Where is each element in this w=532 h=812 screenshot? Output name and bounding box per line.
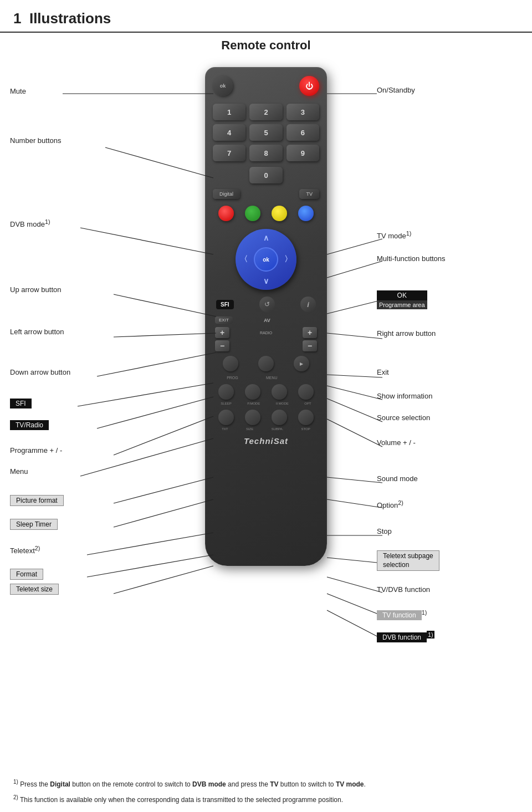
label-right-arrow: Right arrow button	[377, 329, 436, 338]
svg-line-6	[78, 383, 213, 406]
remote-control: ok ⏻ 1 2 3 4 5 6 7 8 9 0 Digi	[205, 67, 327, 566]
label-sfi: SFI	[10, 399, 32, 408]
svg-line-29	[327, 594, 382, 616]
btn-4[interactable]: 4	[213, 124, 245, 141]
label-teletext-subpage: Teletext subpageselection	[377, 550, 439, 571]
svg-line-30	[327, 610, 382, 639]
dpad-right-arrow[interactable]: 〉	[284, 254, 292, 264]
footer-notes: 1) Press the Digital button on the remot…	[0, 771, 532, 812]
av-label: AV	[264, 318, 270, 323]
dpad: ∧ ∨ 〈 〉 ok	[236, 229, 296, 290]
dpad-left-arrow[interactable]: 〈	[240, 254, 248, 264]
page-header: 1 Illustrations	[0, 0, 532, 33]
prog-minus-button[interactable]: −	[215, 340, 229, 351]
page-title: 1 Illustrations	[13, 10, 111, 27]
vol-minus-button[interactable]: −	[303, 340, 317, 351]
diagram-area: ok ⏻ 1 2 3 4 5 6 7 8 9 0 Digi	[0, 62, 532, 771]
svg-line-22	[327, 399, 382, 422]
label-stop: Stop	[377, 527, 392, 535]
btn-5[interactable]: 5	[249, 124, 282, 141]
label-teletext: Teletext2)	[10, 545, 40, 555]
btn-7[interactable]: 7	[213, 145, 245, 161]
label-source-selection: Source selection	[377, 413, 430, 422]
svg-line-2	[80, 228, 213, 254]
size-button[interactable]	[245, 410, 260, 425]
red-button[interactable]	[218, 206, 234, 221]
tv-mode-button[interactable]: TV	[299, 189, 319, 199]
txt-button[interactable]	[218, 410, 234, 425]
triangle-button[interactable]: ▶	[294, 356, 309, 371]
label-down-arrow: Down arrow button	[10, 368, 70, 376]
svg-line-12	[87, 533, 213, 555]
svg-line-23	[327, 419, 382, 447]
green-button[interactable]	[245, 206, 260, 221]
stop-button[interactable]	[298, 410, 314, 425]
btn-3[interactable]: 3	[287, 104, 319, 120]
svg-line-7	[97, 397, 213, 428]
number-buttons-grid: 1 2 3 4 5 6 7 8 9	[213, 104, 319, 161]
svg-line-20	[327, 375, 382, 377]
sfi-button[interactable]: SFI	[216, 300, 234, 309]
btn-9[interactable]: 9	[287, 145, 319, 161]
label-multi-function: Multi-function buttons	[377, 254, 446, 263]
ok-button[interactable]: ok	[254, 247, 278, 272]
standby-button[interactable]: ⏻	[299, 76, 319, 96]
pmode-button[interactable]	[245, 384, 260, 400]
refresh-button[interactable]: ↺	[259, 297, 275, 312]
svg-line-21	[327, 386, 382, 400]
label-option: Option2)	[377, 499, 403, 509]
svg-line-4	[114, 333, 216, 337]
label-programme-pm: Programme + / -	[10, 446, 62, 454]
btn-1[interactable]: 1	[213, 104, 245, 120]
yellow-button[interactable]	[272, 206, 287, 221]
svg-line-16	[327, 239, 382, 254]
subpage-button[interactable]	[272, 410, 287, 425]
technisat-logo: TechniSat	[213, 436, 319, 446]
svg-line-27	[327, 558, 382, 563]
svg-line-19	[327, 333, 382, 339]
mute-button[interactable]: ok	[213, 76, 233, 96]
label-sound-mode: Sound mode	[377, 474, 418, 483]
dpad-down-arrow[interactable]: ∨	[263, 277, 269, 285]
digital-button[interactable]: Digital	[213, 189, 240, 199]
label-volume-pm: Volume + / -	[377, 438, 416, 447]
label-dvb-function: DVB function1)	[377, 631, 434, 642]
label-teletext-size: Teletext size	[10, 584, 59, 595]
btn-8[interactable]: 8	[249, 145, 282, 161]
label-dvb-mode: DVB mode1)	[10, 218, 50, 228]
svg-line-25	[327, 499, 382, 508]
menu-button[interactable]	[258, 356, 274, 371]
dpad-up-arrow[interactable]: ∧	[263, 233, 269, 242]
svg-line-18	[327, 300, 382, 314]
label-tv-radio: TV/Radio	[10, 420, 49, 430]
svg-line-13	[87, 555, 213, 577]
label-number-buttons: Number buttons	[10, 136, 62, 145]
btn-0[interactable]: 0	[249, 167, 283, 183]
label-tv-function: TV function1)	[377, 609, 427, 620]
svg-line-1	[105, 147, 213, 178]
svg-line-8	[114, 416, 213, 455]
radio-label: RADIO	[260, 331, 272, 335]
blue-button[interactable]	[298, 206, 314, 221]
label-tv-mode: TV mode1)	[377, 230, 411, 240]
label-format: Format	[10, 569, 43, 580]
svg-line-28	[327, 577, 382, 593]
label-tv-dvb-function: TV/DVB function	[377, 585, 430, 594]
btn-6[interactable]: 6	[287, 124, 319, 141]
info-button[interactable]: i	[300, 297, 316, 312]
label-exit: Exit	[377, 368, 389, 376]
svg-line-24	[327, 477, 382, 483]
btn-2[interactable]: 2	[249, 104, 282, 120]
svg-line-17	[327, 261, 382, 278]
svg-line-11	[114, 499, 213, 527]
vol-plus-button[interactable]: +	[303, 327, 317, 338]
exit-button[interactable]: EXIT	[215, 316, 233, 324]
opt-button[interactable]	[298, 384, 314, 400]
sleep-button[interactable]	[218, 384, 234, 400]
prog-plus-button[interactable]: +	[215, 327, 229, 338]
label-up-arrow: Up arrow button	[10, 285, 62, 294]
iimode-button[interactable]	[272, 384, 287, 400]
svg-line-10	[114, 477, 213, 503]
prog-button[interactable]	[223, 356, 238, 371]
section-title: Remote control	[0, 38, 532, 53]
